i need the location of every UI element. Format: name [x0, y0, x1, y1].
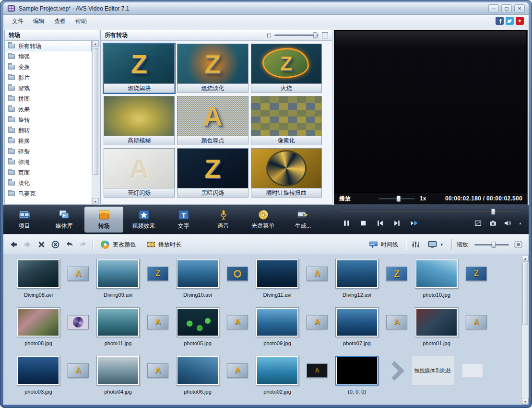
tab-project[interactable]: 项目	[5, 207, 44, 233]
category-item-13[interactable]: 淡化	[5, 178, 92, 188]
storyboard-transition[interactable]	[227, 267, 248, 281]
menu-item-2[interactable]: 查看	[49, 16, 71, 26]
category-item-5[interactable]: 拼图	[5, 93, 92, 104]
category-scrollbar[interactable]: ▲ ▼	[92, 40, 99, 205]
storyboard-transition[interactable]: A	[147, 315, 168, 329]
tab-produce[interactable]: 生成...	[284, 207, 322, 233]
category-item-9[interactable]: 摇摆	[5, 136, 92, 146]
step-forward-button[interactable]	[410, 219, 418, 227]
storyboard-transition[interactable]: Z	[147, 267, 168, 281]
change-color-button[interactable]: 更改颜色	[98, 238, 139, 251]
playback-speed-slider[interactable]	[378, 196, 415, 202]
storyboard-clip[interactable]: photo07.jpg	[335, 307, 378, 346]
scroll-up-icon[interactable]: ▲	[522, 255, 529, 262]
redo-button[interactable]	[79, 240, 88, 249]
small-size-icon[interactable]	[267, 34, 271, 37]
storyboard-transition[interactable]: A	[307, 267, 328, 281]
volume-popup-icon[interactable]: ▲	[519, 221, 522, 225]
storyboard-clip[interactable]: photo10.jpg	[415, 259, 458, 298]
storyboard-clip[interactable]: Diving12.avi	[335, 259, 378, 298]
stop-button[interactable]	[359, 219, 367, 227]
transition-tile-4[interactable]: A颜色噪点	[177, 96, 248, 145]
undo-button[interactable]	[65, 240, 74, 249]
scroll-down-icon[interactable]: ▼	[522, 398, 529, 405]
audio-mixer-button[interactable]	[411, 240, 420, 249]
fullscreen-button[interactable]	[474, 219, 482, 227]
category-item-12[interactable]: 页面	[5, 167, 92, 178]
storyboard-clip[interactable]: photo08.jpg	[17, 307, 60, 346]
close-button[interactable]: ×	[514, 4, 525, 12]
thumbnail-size-slider[interactable]	[274, 32, 319, 38]
storyboard-clip[interactable]: Diving11.avi	[256, 259, 299, 298]
category-item-6[interactable]: 效果	[5, 104, 92, 115]
storyboard-clip[interactable]: Diving08.avi	[17, 259, 60, 298]
delete-button[interactable]	[37, 240, 46, 249]
tab-text[interactable]: T文字	[164, 207, 203, 233]
storyboard-transition[interactable]: Z	[386, 267, 407, 281]
transition-tile-7[interactable]: Z黑暗闪烁	[177, 148, 248, 198]
storyboard-scrollbar[interactable]: ▲ ▼	[521, 255, 529, 405]
storyboard-transition[interactable]: A	[227, 315, 248, 329]
next-button[interactable]	[393, 219, 401, 227]
storyboard-transition[interactable]: A	[307, 315, 328, 329]
storyboard-clip[interactable]: photo06.jpg	[176, 356, 219, 395]
storyboard-clip[interactable]: Diving10.avi	[176, 259, 219, 298]
maximize-button[interactable]: □	[501, 4, 512, 12]
storyboard-transition[interactable]: A	[227, 363, 248, 378]
snapshot-button[interactable]	[489, 219, 497, 227]
storyboard-transition[interactable]: Z	[466, 267, 487, 281]
category-item-4[interactable]: 游戏	[5, 83, 92, 93]
scroll-handle[interactable]	[522, 263, 528, 325]
minimize-button[interactable]: –	[488, 4, 499, 12]
category-item-8[interactable]: 翻转	[5, 125, 92, 136]
delete-all-button[interactable]	[51, 240, 60, 249]
youtube-icon[interactable]	[516, 17, 524, 25]
seek-bar[interactable]	[340, 209, 520, 215]
large-size-icon[interactable]	[322, 32, 328, 38]
category-item-0[interactable]: 所有转场	[5, 41, 92, 51]
forward-button[interactable]	[23, 240, 32, 249]
storyboard-clip[interactable]: photo09.jpg	[256, 307, 299, 346]
storyboard-transition[interactable]: A	[466, 315, 487, 329]
transition-tile-0[interactable]: Z燃烧阈块	[104, 44, 175, 93]
category-item-1[interactable]: 增强	[5, 51, 92, 62]
storyboard-transition[interactable]	[68, 315, 89, 329]
category-item-11[interactable]: 弥漫	[5, 157, 92, 167]
monitor-select-button[interactable]: ▼	[425, 238, 447, 251]
menu-item-0[interactable]: 文件	[7, 16, 28, 26]
tab-voice[interactable]: 语音	[204, 207, 243, 233]
category-item-3[interactable]: 影片	[5, 72, 92, 83]
timeline-view-button[interactable]: 时间线	[366, 238, 401, 251]
storyboard-clip[interactable]: photo11.jpg	[96, 307, 140, 346]
storyboard-clip[interactable]: photo02.jpg	[256, 356, 299, 395]
storyboard-transition[interactable]: A	[68, 363, 89, 378]
storyboard-transition[interactable]: A	[147, 363, 168, 378]
storyboard-clip[interactable]: photo03.jpg	[17, 356, 60, 395]
facebook-icon[interactable]: f	[496, 17, 504, 25]
storyboard-clip[interactable]: photo01.jpg	[415, 307, 458, 346]
transition-tile-3[interactable]: 高斯模糊	[104, 96, 175, 145]
storyboard-clip[interactable]: photo05.jpg	[176, 307, 219, 346]
previous-button[interactable]	[376, 219, 384, 227]
transition-tile-1[interactable]: Z燃烧淡化	[177, 44, 248, 93]
play-duration-button[interactable]: 播放时长	[143, 238, 184, 251]
tab-effects[interactable]: 视频效果	[124, 207, 163, 233]
tab-transition[interactable]: 转场	[84, 207, 123, 233]
scroll-handle[interactable]	[93, 48, 98, 175]
transition-tile-5[interactable]: 像素化	[251, 96, 322, 145]
storyboard-transition[interactable]: A	[68, 267, 89, 281]
scroll-down-icon[interactable]: ▼	[92, 198, 99, 205]
category-item-2[interactable]: 变换	[5, 62, 92, 72]
twitter-icon[interactable]	[506, 17, 514, 25]
transition-tile-6[interactable]: A亮灯闪烁	[104, 148, 175, 198]
storyboard-transition[interactable]: A	[307, 363, 328, 378]
tab-disc[interactable]: 光盘菜单	[244, 207, 283, 233]
menu-item-1[interactable]: 编辑	[28, 16, 49, 26]
zoom-slider[interactable]	[474, 242, 509, 248]
fit-to-screen-button[interactable]	[514, 240, 523, 249]
menu-item-3[interactable]: 帮助	[71, 16, 92, 26]
back-button[interactable]	[9, 240, 18, 249]
pause-button[interactable]	[343, 219, 351, 227]
category-item-10[interactable]: 碎裂	[5, 146, 92, 157]
volume-button[interactable]	[504, 219, 512, 227]
